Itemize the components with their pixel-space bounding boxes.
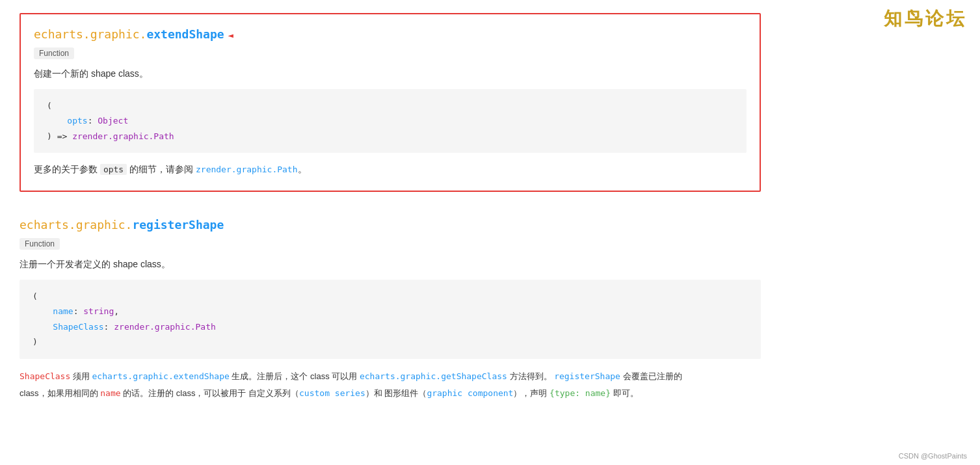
section2-code-block: ( name: string, ShapeClass: zrender.grap… — [20, 280, 761, 359]
section2: echarts.graphic.registerShape Function 注… — [20, 218, 761, 402]
bt2-p1: class，如果用相同的 — [20, 388, 100, 398]
code2-param1-sep: : — [73, 306, 84, 316]
code1-param1-sep: : — [88, 116, 98, 126]
bt2-p3: 的话。注册的 class，可以被用于 自定义系列（ — [121, 388, 299, 398]
code1-param1-name: opts — [67, 116, 87, 126]
code2-param1-comma: , — [114, 306, 119, 316]
watermark-text: 知鸟论坛 — [884, 8, 967, 29]
bt2-p9: 即可。 — [611, 388, 639, 398]
bt1-p3: echarts.graphic.extendShape — [92, 371, 230, 381]
code2-param2-sep: : — [104, 322, 114, 332]
code1-open: ( — [47, 101, 52, 111]
bt2-p4: custom series — [299, 388, 365, 398]
section1-badge: Function — [34, 47, 74, 59]
bt1-p4: 生成。注册后，这个 class 可以用 — [230, 371, 360, 381]
code2-open: ( — [33, 291, 38, 301]
bt1-p6: 方法得到。 — [507, 371, 554, 381]
bt1-p2: 须用 — [70, 371, 92, 381]
bt1-p8: 会覆盖已注册的 — [620, 371, 682, 381]
section1-title-prefix: echarts.graphic. — [34, 27, 146, 41]
note-link: zrender.graphic.Path — [196, 165, 298, 174]
note-prefix: 更多的关于参数 — [34, 164, 100, 174]
section2-title-method: registerShape — [132, 218, 224, 232]
code1-close-arrow: ) => — [47, 131, 72, 141]
code2-close: ) — [33, 337, 38, 347]
watermark: 知鸟论坛 — [884, 7, 967, 31]
bt2-p8: {type: name} — [550, 388, 611, 398]
section1-bordered: echarts.graphic.extendShape◄ Function 创建… — [20, 13, 761, 192]
section2-description: 注册一个开发者定义的 shape class。 — [20, 259, 761, 271]
bt1-p7: registerShape — [554, 371, 620, 381]
note-suffix: 。 — [298, 164, 307, 174]
code2-param2-type: zrender.graphic.Path — [114, 322, 216, 332]
section1-code-block: ( opts: Object ) => zrender.graphic.Path — [34, 89, 747, 153]
bt2-p5: ）和 图形组件（ — [365, 388, 427, 398]
bt2-p7: ），声明 — [513, 388, 550, 398]
code2-param1-type: string — [83, 306, 114, 316]
note-code: opts — [100, 164, 127, 175]
code1-param1-type: Object — [98, 116, 128, 126]
section1-title: echarts.graphic.extendShape◄ — [34, 27, 747, 41]
note-middle: 的细节，请参阅 — [127, 164, 196, 174]
bt1-p5: echarts.graphic.getShapeClass — [360, 371, 507, 381]
section2-bottom-text1: ShapeClass 须用 echarts.graphic.extendShap… — [20, 368, 761, 385]
section2-badge: Function — [20, 238, 60, 250]
code2-param2-name: ShapeClass — [53, 322, 103, 332]
section2-bottom-text2: class，如果用相同的 name 的话。注册的 class，可以被用于 自定义… — [20, 385, 761, 402]
csdn-credit: CSDN @GhostPaints — [899, 452, 967, 460]
page-container: 知鸟论坛 echarts.graphic.extendShape◄ Functi… — [0, 0, 780, 441]
bt1-p1: ShapeClass — [20, 371, 70, 381]
code1-return-type: zrender.graphic.Path — [72, 131, 174, 141]
section1-title-arrow: ◄ — [228, 30, 233, 40]
bt2-p2: name — [100, 388, 120, 398]
section1-title-method: extendShape — [146, 27, 224, 41]
section1-note: 更多的关于参数 opts 的细节，请参阅 zrender.graphic.Pat… — [34, 162, 747, 178]
code2-param1-name: name — [53, 306, 73, 316]
section2-title: echarts.graphic.registerShape — [20, 218, 761, 232]
bt2-p6: graphic component — [427, 388, 513, 398]
section2-title-prefix: echarts.graphic. — [20, 218, 132, 232]
section1-description: 创建一个新的 shape class。 — [34, 68, 747, 80]
